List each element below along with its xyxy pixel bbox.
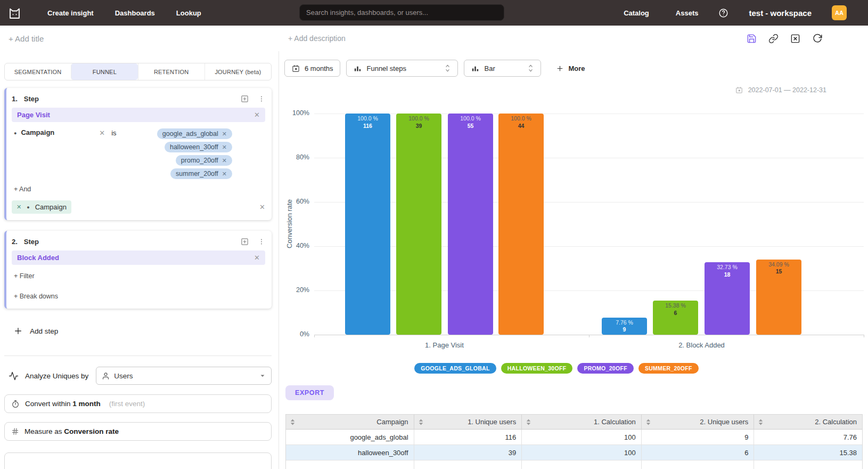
bar-promo-20off-1[interactable]: 100.0 %55	[448, 114, 493, 335]
analyze-entity-value: Users	[114, 372, 133, 380]
add-description-button[interactable]: + Add description	[288, 34, 346, 43]
add-filter-link[interactable]: + Filter	[14, 272, 265, 280]
cell-2-calculation: 15.38	[754, 445, 862, 460]
step-2-event[interactable]: Block Added ✕	[12, 250, 265, 265]
sort-icon[interactable]	[419, 419, 423, 425]
bar-summer-20off-1[interactable]: 100.0 %44	[498, 114, 544, 335]
global-search	[299, 4, 504, 21]
date-range-label: 6 months	[305, 64, 333, 72]
duplicate-step-icon[interactable]	[240, 94, 249, 103]
bar-halloween-30off-2[interactable]: 15.38 %6	[653, 301, 698, 335]
tab-journey-beta[interactable]: JOURNEY (beta)	[204, 63, 271, 80]
bar-count: 9	[602, 326, 647, 334]
chart-legend: GOOGLE_ADS_GLOBALHALLOWEEN_30OFFPROMO_20…	[280, 363, 833, 374]
remove-breakdown-row-icon[interactable]: ✕	[259, 203, 265, 211]
legend-pill-promo-20off[interactable]: PROMO_20OFF	[577, 363, 633, 374]
copy-link-icon[interactable]	[768, 34, 779, 44]
view-select[interactable]: Funnel steps	[346, 60, 458, 77]
add-breakdowns-link[interactable]: + Break downs	[14, 293, 265, 300]
header-cell-1-unique-users[interactable]: 1. Unique users	[414, 415, 522, 430]
filter-value-chip-google-ads-global[interactable]: google_ads_global✕	[157, 128, 232, 139]
measure-as-row[interactable]: Measure as Conversion rate	[4, 422, 272, 441]
remove-value-icon[interactable]: ✕	[222, 171, 227, 177]
nav-link-catalog[interactable]: Catalog	[624, 9, 649, 17]
x-category-label: 1. Page Visit	[381, 341, 509, 349]
breakdown-chip[interactable]: ✕ ● Campaign	[12, 200, 71, 214]
duplicate-step-icon[interactable]	[240, 237, 249, 246]
filter-value-chip-summer-20off[interactable]: summer_20off✕	[170, 168, 232, 179]
setting-row-partial[interactable]	[4, 452, 272, 469]
step-card-2: 2. Step Block Added	[4, 231, 272, 309]
nav-link-lookup[interactable]: Lookup	[176, 9, 201, 17]
export-button[interactable]: EXPORT	[285, 385, 334, 400]
bar-google-ads-global-1[interactable]: 100.0 %116	[345, 114, 390, 335]
header-cell-1-calculation[interactable]: 1. Calculation	[522, 415, 642, 430]
save-icon[interactable]	[747, 34, 757, 44]
clear-icon[interactable]	[790, 34, 800, 44]
remove-breakdown-icon[interactable]: ✕	[17, 204, 21, 211]
tab-segmentation[interactable]: SEGMENTATION	[5, 63, 71, 80]
add-and-condition-link[interactable]: + And	[14, 185, 265, 193]
bar-percent: 100.0 %	[345, 115, 390, 123]
bar-value-label: 100.0 %39	[396, 115, 441, 130]
bar-google-ads-global-2[interactable]: 7.76 %9	[602, 318, 647, 335]
step-1-event[interactable]: Page Visit ✕	[12, 108, 265, 122]
header-cell-2-calculation[interactable]: 2. Calculation	[754, 415, 862, 430]
sort-icon[interactable]	[526, 419, 531, 425]
remove-filter-icon[interactable]: ✕	[99, 129, 105, 137]
remove-event-icon[interactable]: ✕	[254, 111, 260, 119]
workspace-name[interactable]: test - workspace	[749, 9, 812, 18]
nav-link-assets[interactable]: Assets	[676, 9, 699, 17]
bar-percent: 100.0 %	[498, 115, 544, 123]
bar-summer-20off-2[interactable]: 34.09 %15	[756, 260, 801, 335]
step-1-breakdown: ✕ ● Campaign ✕	[12, 200, 265, 214]
table-row-google-ads-global[interactable]: google_ads_global11610097.76	[286, 430, 862, 445]
remove-value-icon[interactable]: ✕	[222, 157, 227, 164]
filter-operator[interactable]: is	[111, 129, 116, 137]
header-cell-2-unique-users[interactable]: 2. Unique users	[642, 415, 755, 430]
legend-pill-google-ads-global[interactable]: GOOGLE_ADS_GLOBAL	[414, 363, 496, 374]
date-range-button[interactable]: 6 months	[284, 60, 340, 77]
add-title-button[interactable]: + Add title	[9, 34, 44, 43]
tab-retention[interactable]: RETENTION	[138, 63, 204, 80]
add-step-label: Add step	[30, 327, 58, 335]
chart-type-select[interactable]: Bar	[464, 60, 541, 77]
filter-value-chip-halloween-30off[interactable]: halloween_30off✕	[165, 142, 232, 152]
remove-value-icon[interactable]: ✕	[222, 144, 227, 151]
avatar[interactable]: AA	[832, 5, 847, 20]
cell-1-unique-users: 39	[414, 445, 522, 460]
bar-count: 6	[653, 310, 698, 317]
remove-value-icon[interactable]: ✕	[222, 131, 227, 138]
bar-halloween-30off-1[interactable]: 100.0 %39	[396, 114, 441, 335]
cell-campaign: google_ads_global	[286, 430, 414, 444]
legend-pill-summer-20off[interactable]: SUMMER_20OFF	[638, 363, 699, 374]
sort-icon[interactable]	[758, 419, 763, 425]
calendar-icon	[292, 64, 300, 72]
search-input[interactable]	[306, 9, 497, 17]
measure-as-text: Measure as Conversion rate	[24, 427, 119, 435]
analyze-uniques-label: Analyze Uniques by	[25, 372, 88, 380]
sort-icon[interactable]	[646, 419, 651, 425]
app-logo-cat-icon[interactable]	[7, 6, 22, 20]
refresh-icon[interactable]	[812, 34, 822, 44]
help-icon[interactable]	[718, 8, 728, 18]
analyze-entity-select[interactable]: Users	[96, 367, 272, 385]
tab-funnel[interactable]: FUNNEL	[71, 63, 137, 80]
add-step-button[interactable]: Add step	[14, 327, 279, 335]
header-cell-campaign[interactable]: Campaign	[286, 415, 414, 430]
convert-within-row[interactable]: Convert within 1 month (first event)	[4, 394, 272, 413]
bar-promo-20off-2[interactable]: 32.73 %18	[705, 262, 750, 335]
nav-link-create-insight[interactable]: Create insight	[47, 9, 94, 17]
step-menu-kebab-icon[interactable]	[258, 238, 265, 246]
sort-icon[interactable]	[290, 419, 295, 425]
step-menu-kebab-icon[interactable]	[258, 95, 265, 103]
nav-link-dashboards[interactable]: Dashboards	[115, 9, 155, 17]
funnel-builder-panel: SEGMENTATIONFUNNELRETENTIONJOURNEY (beta…	[0, 51, 279, 469]
table-row-halloween-30off[interactable]: halloween_30off39100615.38	[286, 445, 862, 460]
step-2-header: 2. Step	[12, 237, 265, 246]
filter-value-chip-promo-20off[interactable]: promo_20off✕	[176, 155, 232, 166]
legend-pill-halloween-30off[interactable]: HALLOWEEN_30OFF	[501, 363, 573, 374]
more-button[interactable]: More	[556, 64, 585, 72]
filter-property[interactable]: Campaign	[21, 128, 54, 136]
remove-event-icon[interactable]: ✕	[254, 254, 260, 262]
